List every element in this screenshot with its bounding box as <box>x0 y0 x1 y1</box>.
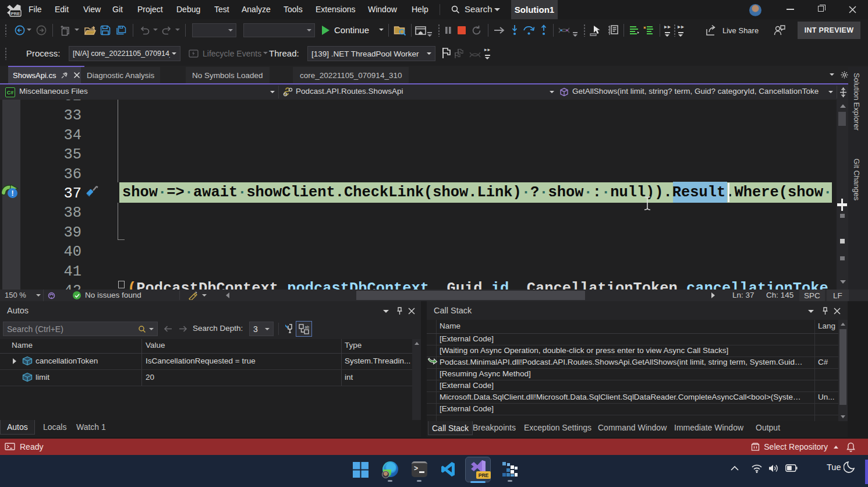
svg-text:ab: ab <box>305 325 310 329</box>
